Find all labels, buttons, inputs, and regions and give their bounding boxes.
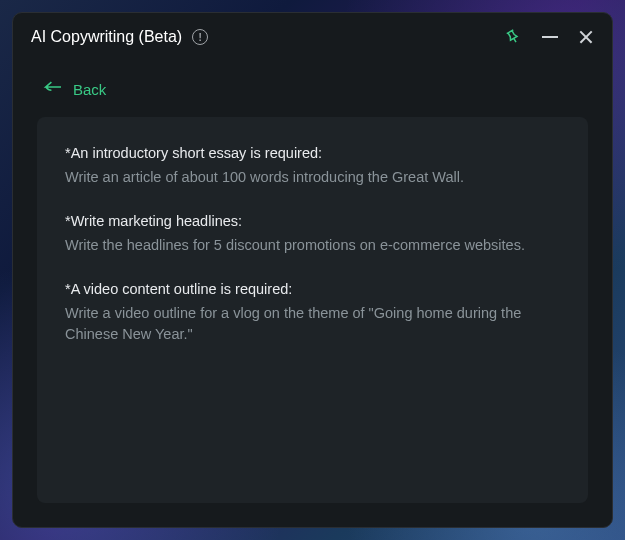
- example-description: Write an article of about 100 words intr…: [65, 167, 560, 189]
- titlebar: AI Copywriting (Beta) !: [13, 13, 612, 61]
- back-arrow-icon: [43, 79, 63, 99]
- example-item[interactable]: *A video content outline is required: Wr…: [65, 281, 560, 347]
- examples-panel: *An introductory short essay is required…: [37, 117, 588, 503]
- example-description: Write the headlines for 5 discount promo…: [65, 235, 560, 257]
- window-controls: [504, 28, 594, 46]
- minimize-button[interactable]: [542, 29, 558, 45]
- app-window: AI Copywriting (Beta) ! Back *: [12, 12, 613, 528]
- example-item[interactable]: *An introductory short essay is required…: [65, 145, 560, 189]
- back-button[interactable]: Back: [13, 61, 612, 117]
- close-button[interactable]: [578, 29, 594, 45]
- example-item[interactable]: *Write marketing headlines: Write the he…: [65, 213, 560, 257]
- info-icon[interactable]: !: [192, 29, 208, 45]
- example-description: Write a video outline for a vlog on the …: [65, 303, 560, 347]
- pin-icon[interactable]: [501, 25, 526, 50]
- back-label: Back: [73, 81, 106, 98]
- example-title: *Write marketing headlines:: [65, 213, 560, 229]
- example-title: *A video content outline is required:: [65, 281, 560, 297]
- example-title: *An introductory short essay is required…: [65, 145, 560, 161]
- window-title: AI Copywriting (Beta): [31, 28, 182, 46]
